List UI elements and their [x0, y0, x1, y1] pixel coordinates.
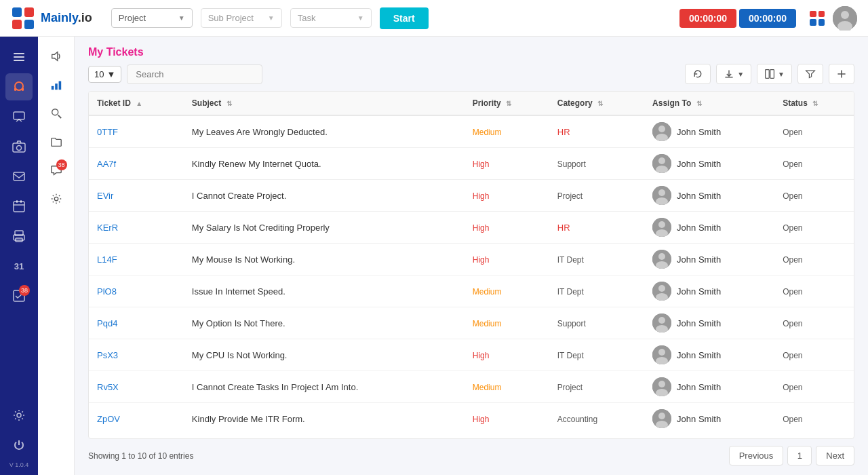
pagination-controls: Previous 1 Next	[729, 446, 854, 466]
per-page-select[interactable]: 10 ▼	[88, 66, 121, 83]
svg-point-24	[17, 413, 21, 417]
download-icon	[724, 69, 734, 79]
table-row: 0TTF My Leaves Are Wrongly Deducted. Med…	[89, 115, 854, 148]
ticket-id-link[interactable]: Pqd4	[97, 318, 117, 328]
svg-rect-2	[12, 20, 22, 29]
grid-icon[interactable]	[810, 11, 825, 26]
ticket-id-link[interactable]: Rv5X	[97, 382, 119, 392]
sidebar-settings-icon[interactable]	[5, 402, 33, 429]
cell-priority: High	[465, 148, 549, 180]
toolbar: 10 ▼ ▼ ▼	[88, 64, 854, 84]
sidebar-31-icon[interactable]: 31	[5, 252, 33, 280]
svg-point-48	[658, 285, 665, 292]
avatar[interactable]	[833, 6, 857, 31]
assign-name: John Smith	[677, 191, 721, 201]
version-label: V 1.0.4	[9, 461, 29, 468]
next-button[interactable]: Next	[816, 446, 854, 466]
s2-chart-icon[interactable]	[43, 72, 69, 98]
sidebar-menu-icon[interactable]	[5, 43, 33, 71]
cell-status: Open	[774, 371, 854, 403]
add-button[interactable]	[829, 64, 854, 84]
cell-subject: My CPU Is Not Working.	[184, 339, 465, 371]
toolbar-right: ▼ ▼	[685, 64, 854, 84]
refresh-button[interactable]	[685, 64, 711, 84]
filter-button[interactable]	[797, 64, 823, 84]
columns-button[interactable]: ▼	[757, 64, 792, 84]
col-category[interactable]: Category ⇅	[549, 92, 644, 115]
s2-chat-icon[interactable]: 38	[43, 157, 69, 183]
pagination-row: Showing 1 to 10 of 10 entries Previous 1…	[88, 439, 854, 468]
col-status[interactable]: Status ⇅	[774, 92, 854, 115]
col-ticket-id[interactable]: Ticket ID ▲	[89, 92, 184, 115]
sidebar-power-icon[interactable]	[5, 432, 33, 459]
task-dropdown[interactable]: Task ▼	[290, 8, 372, 28]
start-button[interactable]: Start	[380, 7, 429, 29]
svg-point-54	[658, 349, 665, 356]
badge-count: 38	[19, 285, 30, 296]
svg-rect-9	[14, 60, 24, 61]
cell-priority: High	[465, 180, 549, 212]
subproject-dropdown[interactable]: Sub Project ▼	[201, 8, 282, 28]
sidebar-chat-icon[interactable]	[5, 103, 33, 130]
cell-assign: John Smith	[644, 148, 774, 180]
ticket-id-link[interactable]: PlO8	[97, 286, 117, 297]
sidebar-camera-icon[interactable]	[5, 133, 33, 160]
cell-subject: I Cannot Create Tasks In Project I Am In…	[184, 371, 465, 403]
assign-name: John Smith	[677, 286, 721, 297]
search-input[interactable]	[127, 64, 262, 84]
sidebar-print-icon[interactable]	[5, 223, 33, 250]
ticket-id-link[interactable]: 0TTF	[97, 127, 118, 137]
ticket-id-link[interactable]: ZpOV	[97, 414, 120, 424]
assign-avatar	[652, 186, 671, 205]
project-dropdown[interactable]: Project ▼	[111, 8, 193, 28]
sidebar-calendar-icon[interactable]	[5, 193, 33, 220]
assign-avatar	[652, 345, 671, 364]
ticket-id-link[interactable]: KErR	[97, 223, 118, 233]
col-assign[interactable]: Assign To ⇅	[644, 92, 774, 115]
columns-icon	[764, 69, 775, 79]
sidebar-mail-icon[interactable]	[5, 163, 33, 190]
cell-category: Support	[549, 307, 644, 339]
sidebar-task-icon[interactable]: 38	[5, 282, 33, 309]
assign-name: John Smith	[677, 382, 721, 392]
svg-point-45	[658, 253, 665, 260]
sidebar-headset-icon[interactable]	[5, 73, 33, 100]
assign-avatar	[652, 218, 671, 237]
cell-subject: I Cannot Create Project.	[184, 180, 465, 212]
logo-icon	[11, 6, 35, 31]
ticket-id-link[interactable]: PsX3	[97, 350, 118, 360]
cell-subject: My Leaves Are Wrongly Deducted.	[184, 115, 465, 148]
cell-status: Open	[774, 307, 854, 339]
cell-category: Project	[549, 180, 644, 212]
svg-rect-7	[14, 53, 24, 54]
cell-ticket-id: PsX3	[89, 339, 184, 371]
s2-folder-icon[interactable]	[43, 129, 69, 155]
cell-assign: John Smith	[644, 180, 774, 212]
svg-point-29	[54, 197, 58, 200]
prev-button[interactable]: Previous	[729, 446, 784, 466]
table-row: PlO8 Issue In Internet Speed. Medium IT …	[89, 276, 854, 307]
sidebar-left: 31 38 V 1.0.4	[0, 37, 38, 475]
assign-avatar	[652, 377, 671, 396]
s2-speaker-icon[interactable]	[43, 43, 69, 69]
assign-name: John Smith	[677, 127, 721, 137]
ticket-id-link[interactable]: AA7f	[97, 159, 116, 169]
download-button[interactable]: ▼	[716, 64, 751, 84]
cell-category: IT Dept	[549, 339, 644, 371]
col-subject[interactable]: Subject ⇅	[184, 92, 465, 115]
s2-search-icon[interactable]	[43, 100, 69, 126]
svg-rect-0	[12, 7, 22, 17]
task-label: Task	[298, 13, 316, 23]
s2-settings-icon[interactable]	[43, 186, 69, 212]
cell-category: Support	[549, 148, 644, 180]
col-priority[interactable]: Priority ⇅	[465, 92, 549, 115]
svg-rect-25	[51, 86, 54, 90]
cell-ticket-id: Rv5X	[89, 371, 184, 403]
ticket-id-link[interactable]: L14F	[97, 254, 117, 265]
chevron-down-icon: ▼	[778, 71, 785, 78]
ticket-id-link[interactable]: EVir	[97, 191, 113, 201]
cell-category: HR	[549, 115, 644, 148]
assign-name: John Smith	[677, 254, 721, 265]
cell-status: Open	[774, 403, 854, 435]
assign-avatar	[652, 282, 671, 301]
